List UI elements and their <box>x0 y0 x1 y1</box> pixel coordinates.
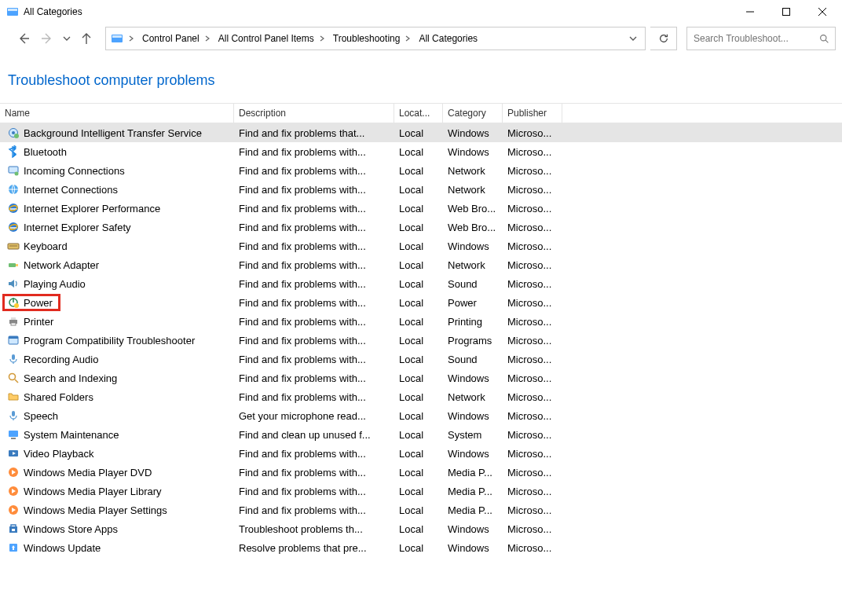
table-row[interactable]: Windows Media Player LibraryFind and fix… <box>0 482 842 500</box>
row-publisher: Microso... <box>503 486 562 497</box>
svg-rect-37 <box>11 438 16 439</box>
search-box[interactable] <box>686 27 836 50</box>
table-row[interactable]: Incoming ConnectionsFind and fix problem… <box>0 161 842 180</box>
row-location: Local <box>394 542 443 554</box>
row-category: Network <box>443 184 503 196</box>
row-name: Keyboard <box>24 240 68 252</box>
row-description: Find and clean up unused f... <box>234 429 394 441</box>
row-publisher: Microso... <box>503 467 562 478</box>
svg-rect-1 <box>8 9 17 11</box>
table-row[interactable]: Internet Explorer PerformanceFind and fi… <box>0 199 842 218</box>
breadcrumb-item[interactable]: Troubleshooting <box>328 28 402 50</box>
search-input[interactable] <box>692 32 818 45</box>
row-description: Find and fix problems with... <box>234 391 394 403</box>
maximize-button[interactable] <box>768 0 804 24</box>
row-publisher: Microso... <box>503 240 562 252</box>
svg-point-33 <box>9 374 16 380</box>
minimize-button[interactable] <box>732 0 768 24</box>
close-button[interactable] <box>804 0 840 24</box>
svg-point-14 <box>15 172 19 176</box>
search-icon <box>6 371 20 385</box>
row-name: Search and Indexing <box>24 372 117 384</box>
row-location: Local <box>394 165 443 177</box>
table-row[interactable]: Internet Explorer SafetyFind and fix pro… <box>0 218 842 236</box>
row-description: Find and fix problems with... <box>234 222 394 233</box>
table-row[interactable]: Windows Media Player SettingsFind and fi… <box>0 500 842 519</box>
row-name: System Maintenance <box>24 429 119 441</box>
table-row[interactable]: SpeechGet your microphone read...LocalWi… <box>0 406 842 425</box>
up-button[interactable] <box>77 29 96 48</box>
column-header-category[interactable]: Category <box>443 104 503 123</box>
row-publisher: Microso... <box>503 523 562 535</box>
table-row[interactable]: Windows UpdateResolve problems that pre.… <box>0 538 842 557</box>
row-category: Network <box>443 391 503 403</box>
svg-rect-36 <box>9 431 18 437</box>
row-description: Find and fix problems with... <box>234 297 394 309</box>
row-description: Find and fix problems with... <box>234 448 394 460</box>
row-publisher: Microso... <box>503 448 562 460</box>
row-description: Find and fix problems with... <box>234 146 394 158</box>
address-dropdown-button[interactable] <box>623 28 643 50</box>
table-row[interactable]: Internet ConnectionsFind and fix problem… <box>0 180 842 199</box>
breadcrumb-item[interactable]: Control Panel <box>137 28 201 50</box>
row-category: Windows <box>443 410 503 422</box>
printer-icon <box>6 314 20 328</box>
table-row[interactable]: Shared FoldersFind and fix problems with… <box>0 387 842 406</box>
row-category: Sound <box>443 278 503 290</box>
column-header-publisher[interactable]: Publisher <box>503 104 562 123</box>
chevron-right-icon[interactable] <box>316 28 328 50</box>
recent-locations-button[interactable] <box>61 29 72 48</box>
row-publisher: Microso... <box>503 354 562 365</box>
table-row[interactable]: Playing AudioFind and fix problems with.… <box>0 274 842 293</box>
breadcrumb-item[interactable]: All Categories <box>414 28 479 50</box>
refresh-button[interactable] <box>650 27 677 50</box>
row-publisher: Microso... <box>503 410 562 422</box>
adapter-icon <box>6 258 20 272</box>
row-location: Local <box>394 127 443 139</box>
table-row[interactable]: PowerFind and fix problems with...LocalP… <box>0 293 842 312</box>
row-category: Network <box>443 259 503 271</box>
row-description: Troubleshoot problems th... <box>234 523 394 535</box>
row-location: Local <box>394 259 443 271</box>
row-location: Local <box>394 467 443 478</box>
svg-line-34 <box>15 380 18 383</box>
table-row[interactable]: System MaintenanceFind and clean up unus… <box>0 425 842 444</box>
row-category: Windows <box>443 372 503 384</box>
back-button[interactable] <box>14 29 33 48</box>
row-category: Web Bro... <box>443 222 503 233</box>
ie-icon <box>6 201 20 215</box>
table-row[interactable]: Search and IndexingFind and fix problems… <box>0 368 842 387</box>
mic-icon <box>6 352 20 366</box>
row-publisher: Microso... <box>503 165 562 177</box>
column-header-name[interactable]: Name <box>0 104 234 123</box>
chevron-right-icon[interactable] <box>125 28 137 50</box>
svg-rect-31 <box>9 336 18 339</box>
table-row[interactable]: Video PlaybackFind and fix problems with… <box>0 444 842 463</box>
table-row[interactable]: Program Compatibility TroubleshooterFind… <box>0 331 842 350</box>
table-row[interactable]: Recording AudioFind and fix problems wit… <box>0 350 842 368</box>
row-location: Local <box>394 410 443 422</box>
row-location: Local <box>394 354 443 365</box>
breadcrumb-item[interactable]: All Control Panel Items <box>214 28 316 50</box>
chevron-right-icon[interactable] <box>401 28 414 50</box>
navbar: Control Panel All Control Panel Items Tr… <box>0 24 842 53</box>
row-name: Printer <box>24 316 53 328</box>
column-header-location[interactable]: Locat... <box>394 104 443 123</box>
table-row[interactable]: Background Intelligent Transfer ServiceF… <box>0 123 842 142</box>
table-row[interactable]: Windows Store AppsTroubleshoot problems … <box>0 519 842 538</box>
forward-button[interactable] <box>38 29 57 48</box>
address-bar[interactable]: Control Panel All Control Panel Items Tr… <box>105 27 646 50</box>
row-name: Incoming Connections <box>24 165 125 177</box>
row-name: Windows Store Apps <box>24 523 118 535</box>
table-row[interactable]: Windows Media Player DVDFind and fix pro… <box>0 463 842 482</box>
row-category: Windows <box>443 542 503 554</box>
row-description: Find and fix problems that... <box>234 127 394 139</box>
table-row[interactable]: KeyboardFind and fix problems with...Loc… <box>0 236 842 255</box>
table-row[interactable]: Network AdapterFind and fix problems wit… <box>0 255 842 274</box>
table-row[interactable]: BluetoothFind and fix problems with...Lo… <box>0 142 842 161</box>
table-row[interactable]: PrinterFind and fix problems with...Loca… <box>0 312 842 331</box>
chevron-right-icon[interactable] <box>201 28 214 50</box>
column-header-description[interactable]: Description <box>234 104 394 123</box>
search-icon[interactable] <box>818 34 830 44</box>
row-location: Local <box>394 184 443 196</box>
